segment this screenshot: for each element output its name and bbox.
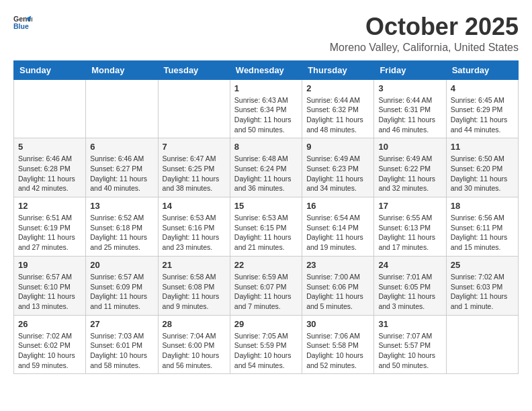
week-row-1: 1Sunrise: 6:43 AM Sunset: 6:34 PM Daylig… bbox=[14, 79, 519, 138]
day-info: Sunrise: 6:51 AM Sunset: 6:19 PM Dayligh… bbox=[18, 213, 81, 253]
day-number: 29 bbox=[234, 319, 298, 329]
calendar-cell: 27Sunrise: 7:03 AM Sunset: 6:01 PM Dayli… bbox=[86, 315, 158, 374]
calendar-cell: 26Sunrise: 7:02 AM Sunset: 6:02 PM Dayli… bbox=[14, 315, 86, 374]
day-info: Sunrise: 7:00 AM Sunset: 6:06 PM Dayligh… bbox=[306, 272, 369, 312]
page-header: General Blue October 2025 Moreno Valley,… bbox=[13, 13, 519, 54]
day-number: 12 bbox=[18, 201, 81, 211]
day-info: Sunrise: 6:58 AM Sunset: 6:08 PM Dayligh… bbox=[163, 272, 226, 312]
day-info: Sunrise: 7:07 AM Sunset: 5:57 PM Dayligh… bbox=[378, 331, 441, 371]
day-info: Sunrise: 6:43 AM Sunset: 6:34 PM Dayligh… bbox=[234, 95, 298, 135]
week-row-5: 26Sunrise: 7:02 AM Sunset: 6:02 PM Dayli… bbox=[14, 315, 519, 374]
day-number: 24 bbox=[378, 260, 441, 270]
day-number: 25 bbox=[451, 260, 514, 270]
title-block: October 2025 Moreno Valley, California, … bbox=[330, 13, 519, 54]
day-info: Sunrise: 7:06 AM Sunset: 5:58 PM Dayligh… bbox=[306, 331, 369, 371]
location-title: Moreno Valley, California, United States bbox=[330, 42, 519, 54]
calendar-cell: 14Sunrise: 6:53 AM Sunset: 6:16 PM Dayli… bbox=[158, 197, 230, 257]
calendar-cell: 23Sunrise: 7:00 AM Sunset: 6:06 PM Dayli… bbox=[302, 256, 374, 315]
day-info: Sunrise: 6:52 AM Sunset: 6:18 PM Dayligh… bbox=[90, 213, 153, 253]
calendar-cell: 31Sunrise: 7:07 AM Sunset: 5:57 PM Dayli… bbox=[374, 315, 446, 374]
weekday-header-tuesday: Tuesday bbox=[158, 60, 230, 79]
day-info: Sunrise: 6:49 AM Sunset: 6:23 PM Dayligh… bbox=[306, 154, 369, 193]
weekday-header-sunday: Sunday bbox=[14, 60, 86, 79]
day-info: Sunrise: 6:57 AM Sunset: 6:10 PM Dayligh… bbox=[18, 272, 81, 312]
calendar-cell bbox=[86, 79, 158, 138]
week-row-2: 5Sunrise: 6:46 AM Sunset: 6:28 PM Daylig… bbox=[14, 138, 519, 197]
day-info: Sunrise: 6:49 AM Sunset: 6:22 PM Dayligh… bbox=[378, 154, 441, 193]
day-info: Sunrise: 7:05 AM Sunset: 5:59 PM Dayligh… bbox=[234, 331, 298, 371]
day-info: Sunrise: 6:47 AM Sunset: 6:25 PM Dayligh… bbox=[163, 154, 226, 193]
day-info: Sunrise: 6:46 AM Sunset: 6:27 PM Dayligh… bbox=[90, 154, 153, 193]
calendar-cell: 3Sunrise: 6:44 AM Sunset: 6:31 PM Daylig… bbox=[374, 79, 446, 138]
day-number: 6 bbox=[90, 142, 153, 152]
day-info: Sunrise: 6:46 AM Sunset: 6:28 PM Dayligh… bbox=[18, 154, 81, 193]
calendar-cell: 4Sunrise: 6:45 AM Sunset: 6:29 PM Daylig… bbox=[446, 79, 518, 138]
calendar-cell: 28Sunrise: 7:04 AM Sunset: 6:00 PM Dayli… bbox=[158, 315, 230, 374]
calendar-cell: 9Sunrise: 6:49 AM Sunset: 6:23 PM Daylig… bbox=[302, 138, 374, 197]
calendar-cell: 15Sunrise: 6:53 AM Sunset: 6:15 PM Dayli… bbox=[230, 197, 302, 257]
day-info: Sunrise: 6:54 AM Sunset: 6:14 PM Dayligh… bbox=[306, 213, 369, 253]
day-number: 26 bbox=[18, 319, 81, 329]
calendar-cell bbox=[14, 79, 86, 138]
calendar-cell: 13Sunrise: 6:52 AM Sunset: 6:18 PM Dayli… bbox=[86, 197, 158, 257]
calendar-cell: 16Sunrise: 6:54 AM Sunset: 6:14 PM Dayli… bbox=[302, 197, 374, 257]
day-number: 17 bbox=[378, 201, 441, 211]
day-info: Sunrise: 6:59 AM Sunset: 6:07 PM Dayligh… bbox=[234, 272, 298, 312]
day-info: Sunrise: 6:53 AM Sunset: 6:16 PM Dayligh… bbox=[163, 213, 226, 253]
calendar-cell bbox=[158, 79, 230, 138]
weekday-header-wednesday: Wednesday bbox=[230, 60, 302, 79]
week-row-3: 12Sunrise: 6:51 AM Sunset: 6:19 PM Dayli… bbox=[14, 197, 519, 257]
day-number: 21 bbox=[163, 260, 226, 270]
day-number: 5 bbox=[18, 142, 81, 152]
calendar-cell: 24Sunrise: 7:01 AM Sunset: 6:05 PM Dayli… bbox=[374, 256, 446, 315]
day-number: 10 bbox=[378, 142, 441, 152]
calendar-cell: 1Sunrise: 6:43 AM Sunset: 6:34 PM Daylig… bbox=[230, 79, 302, 138]
day-number: 27 bbox=[90, 319, 153, 329]
day-info: Sunrise: 6:56 AM Sunset: 6:11 PM Dayligh… bbox=[451, 213, 514, 253]
logo: General Blue bbox=[13, 13, 32, 32]
weekday-header-monday: Monday bbox=[86, 60, 158, 79]
day-number: 23 bbox=[306, 260, 369, 270]
day-info: Sunrise: 7:04 AM Sunset: 6:00 PM Dayligh… bbox=[163, 331, 226, 371]
day-number: 8 bbox=[234, 142, 298, 152]
day-number: 14 bbox=[163, 201, 226, 211]
calendar-cell: 5Sunrise: 6:46 AM Sunset: 6:28 PM Daylig… bbox=[14, 138, 86, 197]
week-row-4: 19Sunrise: 6:57 AM Sunset: 6:10 PM Dayli… bbox=[14, 256, 519, 315]
day-number: 2 bbox=[306, 83, 369, 93]
day-number: 4 bbox=[451, 83, 514, 93]
weekday-header-saturday: Saturday bbox=[446, 60, 518, 79]
day-number: 31 bbox=[378, 319, 441, 329]
month-title: October 2025 bbox=[330, 13, 519, 40]
day-number: 9 bbox=[306, 142, 369, 152]
calendar-cell: 8Sunrise: 6:48 AM Sunset: 6:24 PM Daylig… bbox=[230, 138, 302, 197]
calendar-cell: 17Sunrise: 6:55 AM Sunset: 6:13 PM Dayli… bbox=[374, 197, 446, 257]
day-info: Sunrise: 6:44 AM Sunset: 6:32 PM Dayligh… bbox=[306, 95, 369, 135]
calendar-cell: 19Sunrise: 6:57 AM Sunset: 6:10 PM Dayli… bbox=[14, 256, 86, 315]
day-info: Sunrise: 7:03 AM Sunset: 6:01 PM Dayligh… bbox=[90, 331, 153, 371]
calendar-cell: 6Sunrise: 6:46 AM Sunset: 6:27 PM Daylig… bbox=[86, 138, 158, 197]
weekday-header-friday: Friday bbox=[374, 60, 446, 79]
day-number: 30 bbox=[306, 319, 369, 329]
day-number: 1 bbox=[234, 83, 298, 93]
calendar-cell: 12Sunrise: 6:51 AM Sunset: 6:19 PM Dayli… bbox=[14, 197, 86, 257]
svg-text:Blue: Blue bbox=[13, 22, 29, 30]
day-info: Sunrise: 6:48 AM Sunset: 6:24 PM Dayligh… bbox=[234, 154, 298, 193]
day-number: 3 bbox=[378, 83, 441, 93]
weekday-header-thursday: Thursday bbox=[302, 60, 374, 79]
day-number: 15 bbox=[234, 201, 298, 211]
day-number: 28 bbox=[163, 319, 226, 329]
day-number: 16 bbox=[306, 201, 369, 211]
calendar-cell: 22Sunrise: 6:59 AM Sunset: 6:07 PM Dayli… bbox=[230, 256, 302, 315]
calendar-cell: 21Sunrise: 6:58 AM Sunset: 6:08 PM Dayli… bbox=[158, 256, 230, 315]
day-info: Sunrise: 6:45 AM Sunset: 6:29 PM Dayligh… bbox=[451, 95, 514, 135]
calendar-cell: 11Sunrise: 6:50 AM Sunset: 6:20 PM Dayli… bbox=[446, 138, 518, 197]
day-info: Sunrise: 7:02 AM Sunset: 6:03 PM Dayligh… bbox=[451, 272, 514, 312]
day-number: 18 bbox=[451, 201, 514, 211]
calendar-cell: 25Sunrise: 7:02 AM Sunset: 6:03 PM Dayli… bbox=[446, 256, 518, 315]
logo-icon: General Blue bbox=[13, 13, 32, 32]
calendar-cell: 2Sunrise: 6:44 AM Sunset: 6:32 PM Daylig… bbox=[302, 79, 374, 138]
calendar-cell bbox=[446, 315, 518, 374]
calendar-cell: 7Sunrise: 6:47 AM Sunset: 6:25 PM Daylig… bbox=[158, 138, 230, 197]
day-number: 20 bbox=[90, 260, 153, 270]
day-number: 11 bbox=[451, 142, 514, 152]
